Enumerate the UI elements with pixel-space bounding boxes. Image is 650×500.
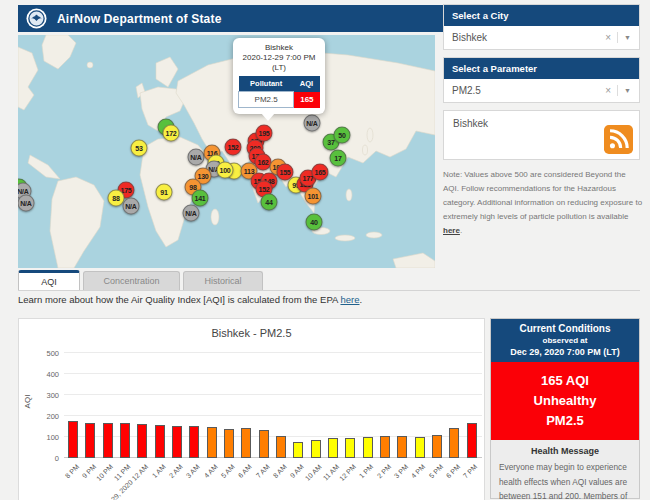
chart-bar[interactable] <box>397 436 407 458</box>
chart-bar[interactable] <box>172 426 182 458</box>
aqi-map-marker[interactable]: 152 <box>225 139 242 156</box>
chart-bar[interactable] <box>363 437 373 458</box>
select-divider <box>617 85 618 96</box>
chart-y-tick-label: 0 <box>31 454 59 463</box>
map-popup[interactable]: Bishkek 2020-12-29 7:00 PM (LT) Pollutan… <box>233 38 325 114</box>
chart-title: Bishkek - PM2.5 <box>19 327 484 339</box>
tab-bar: AQI Concentration Historical <box>18 271 640 291</box>
parameter-select-value: PM2.5 <box>452 85 605 96</box>
chart-gridline <box>64 352 482 353</box>
chart-x-tick-label: 2 AM <box>168 463 184 479</box>
chart-x-tick-label: 6 PM <box>445 463 462 480</box>
chart-bar[interactable] <box>311 440 321 458</box>
aqi-map-marker[interactable]: N/A <box>183 205 200 222</box>
chart-bar[interactable] <box>120 423 130 458</box>
observed-at-label: observed at <box>493 336 637 345</box>
popup-city: Bishkek <box>238 43 320 53</box>
chart-bar[interactable] <box>328 438 338 458</box>
popup-aqi-header: AQI <box>294 76 320 92</box>
chart-x-tick-label: 1 PM <box>358 463 375 480</box>
chart-x-tick-label: 7 AM <box>254 463 270 479</box>
health-message-section: Health Message Everyone may begin to exp… <box>491 440 639 500</box>
aqi-map-marker[interactable]: N/A <box>18 195 35 212</box>
aqi-map-marker[interactable]: 53 <box>131 140 148 157</box>
tab-concentration[interactable]: Concentration <box>83 271 180 290</box>
world-map[interactable]: N/AN/A53172N/A11660N/A10013098141N/A1758… <box>18 35 435 268</box>
aqi-map-marker[interactable]: 100 <box>217 162 234 179</box>
chart-bar[interactable] <box>415 437 425 458</box>
chart-bar[interactable] <box>259 430 269 458</box>
learn-more-after: . <box>359 294 362 305</box>
chart-bar[interactable] <box>380 436 390 458</box>
dos-seal-icon <box>26 8 47 29</box>
aqi-map-marker[interactable]: 101 <box>305 188 322 205</box>
chart-y-tick-label: 500 <box>31 349 59 358</box>
current-aqi-value: 165 AQI <box>493 371 637 391</box>
chart-x-tick-label: 4 PM <box>410 463 427 480</box>
aqi-map-marker[interactable]: 44 <box>261 194 278 211</box>
popup-timezone: (LT) <box>238 63 320 73</box>
chart-x-tick-label: 8 AM <box>272 463 288 479</box>
city-dropdown-icon[interactable]: ▼ <box>624 34 631 41</box>
city-select-value: Bishkek <box>452 32 605 43</box>
health-message-title: Health Message <box>499 446 631 456</box>
chart-bar[interactable] <box>276 436 286 458</box>
aqi-chart-panel: Bishkek - PM2.5 AQI 0100200300400500 8 P… <box>18 318 485 500</box>
aqi-map-marker[interactable]: N/A <box>304 115 321 132</box>
parameter-dropdown-icon[interactable]: ▼ <box>624 87 631 94</box>
city-clear-icon[interactable]: × <box>605 32 611 43</box>
chart-x-tick-label: 3 AM <box>185 463 201 479</box>
chart-bar[interactable] <box>85 423 95 458</box>
chart-bar[interactable] <box>345 438 355 458</box>
aqi-map-marker[interactable]: 40 <box>306 214 323 231</box>
app-title: AirNow Department of State <box>57 12 222 26</box>
aqi-map-marker[interactable]: N/A <box>123 198 140 215</box>
popup-pollutant-value: PM2.5 <box>239 92 294 108</box>
chart-bar[interactable] <box>189 426 199 458</box>
popup-aqi-value: 165 <box>294 92 320 108</box>
note-here-link[interactable]: here <box>443 226 460 235</box>
chart-bar[interactable] <box>467 423 477 458</box>
chart-x-tick-label: 4 AM <box>202 463 218 479</box>
chart-bar[interactable] <box>137 424 147 458</box>
chart-x-tick-label: 5 AM <box>220 463 236 479</box>
chart-bar[interactable] <box>155 425 165 458</box>
city-select-label: Select a City <box>444 5 639 26</box>
tab-aqi[interactable]: AQI <box>18 270 80 290</box>
chart-bar[interactable] <box>103 423 113 458</box>
popup-datetime: 2020-12-29 7:00 PM <box>238 53 320 63</box>
chart-gridline <box>64 373 482 374</box>
chart-y-tick-label: 100 <box>31 433 59 442</box>
popup-pollutant-header: Pollutant <box>239 76 294 92</box>
aqi-map-marker[interactable]: 195 <box>256 125 273 142</box>
chart-bar[interactable] <box>207 427 217 458</box>
chart-bar[interactable] <box>224 429 234 458</box>
observed-at-value: Dec 29, 2020 7:00 PM (LT) <box>493 347 637 357</box>
rss-icon[interactable] <box>604 125 633 154</box>
aqi-map-marker[interactable]: 165 <box>312 164 329 181</box>
aqi-map-marker[interactable]: 17 <box>330 150 347 167</box>
chart-plot-area: 8 PM9 PM10 PM11 PMDec 29, 2020 12 AM1 AM… <box>64 347 482 458</box>
aqi-map-marker[interactable]: 91 <box>156 184 173 201</box>
chart-x-tick-label: 7 PM <box>462 463 479 480</box>
chart-bar[interactable] <box>293 442 303 458</box>
parameter-select-label: Select a Parameter <box>444 58 639 79</box>
aqi-map-marker[interactable]: 172 <box>163 125 180 142</box>
aqi-map-marker[interactable]: 50 <box>334 127 351 144</box>
chart-bar[interactable] <box>432 435 442 458</box>
parameter-select[interactable]: PM2.5 × ▼ <box>444 79 639 102</box>
aqi-map-marker[interactable]: N/A <box>188 149 205 166</box>
tab-historical[interactable]: Historical <box>183 271 263 290</box>
chart-gridline <box>64 394 482 395</box>
chart-y-tick-label: 200 <box>31 412 59 421</box>
popup-table: Pollutant AQI PM2.5 165 <box>238 76 320 108</box>
current-conditions-title: Current Conditions <box>493 323 637 334</box>
learn-more-here-link[interactable]: here <box>340 294 359 305</box>
aqi-map-marker[interactable]: 141 <box>192 190 209 207</box>
parameter-clear-icon[interactable]: × <box>605 85 611 96</box>
chart-bar[interactable] <box>449 428 459 458</box>
chart-bar[interactable] <box>241 428 251 458</box>
chart-bar[interactable] <box>68 421 78 458</box>
current-aqi-box: 165 AQI Unhealthy PM2.5 <box>491 362 639 440</box>
city-select[interactable]: Bishkek × ▼ <box>444 26 639 49</box>
